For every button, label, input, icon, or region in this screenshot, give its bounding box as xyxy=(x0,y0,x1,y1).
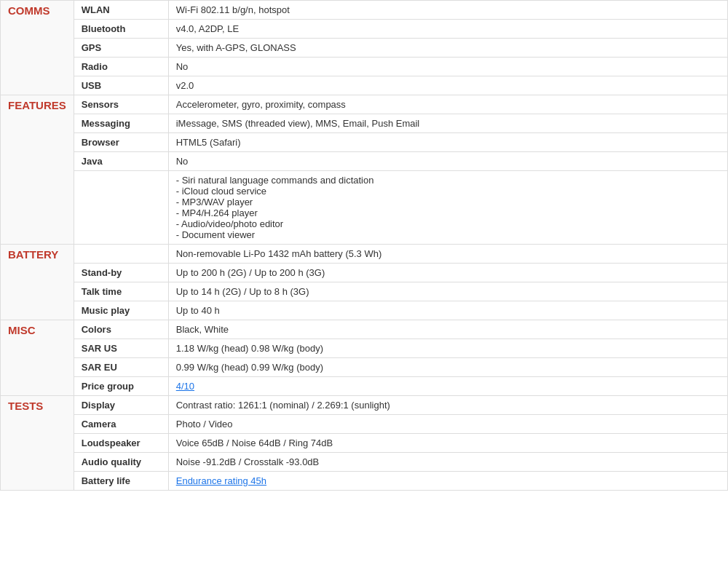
spec-value: Accelerometer, gyro, proximity, compass xyxy=(168,95,727,114)
spec-value: Up to 40 h xyxy=(168,301,727,320)
table-row: Stand-byUp to 200 h (2G) / Up to 200 h (… xyxy=(1,264,728,282)
table-row: RadioNo xyxy=(1,58,728,76)
spec-value[interactable]: Endurance rating 45h xyxy=(168,472,727,491)
spec-value[interactable]: 4/10 xyxy=(168,377,727,396)
spec-label: Colors xyxy=(74,320,168,339)
spec-label: Messaging xyxy=(74,114,168,133)
table-row: BATTERYNon-removable Li-Po 1432 mAh batt… xyxy=(1,245,728,264)
table-row: - Siri natural language commands and dic… xyxy=(1,171,728,245)
spec-label: Music play xyxy=(74,301,168,320)
spec-label: SAR EU xyxy=(74,358,168,377)
spec-label: Java xyxy=(74,152,168,171)
spec-label: Sensors xyxy=(74,95,168,114)
category-cell-battery: BATTERY xyxy=(1,245,74,320)
spec-link[interactable]: Endurance rating 45h xyxy=(176,475,266,486)
spec-label: GPS xyxy=(74,39,168,58)
spec-value-line: - Siri natural language commands and dic… xyxy=(176,175,374,186)
category-cell-misc: MISC xyxy=(1,320,74,396)
table-row: Audio qualityNoise -91.2dB / Crosstalk -… xyxy=(1,453,728,472)
specs-table: COMMSWLANWi-Fi 802.11 b/g/n, hotspotBlue… xyxy=(0,0,728,491)
table-row: BrowserHTML5 (Safari) xyxy=(1,133,728,152)
table-row: USBv2.0 xyxy=(1,76,728,95)
category-cell-comms: COMMS xyxy=(1,1,74,95)
spec-value: 0.99 W/kg (head) 0.99 W/kg (body) xyxy=(168,358,727,377)
spec-value: 1.18 W/kg (head) 0.98 W/kg (body) xyxy=(168,339,727,358)
table-row: Price group4/10 xyxy=(1,377,728,396)
spec-value-line: - iCloud cloud service xyxy=(176,186,266,197)
table-row: TESTSDisplayContrast ratio: 1261:1 (nomi… xyxy=(1,396,728,415)
spec-value-line: - Document viewer xyxy=(176,229,255,240)
spec-label xyxy=(74,245,168,264)
spec-label: Camera xyxy=(74,415,168,434)
table-row: Music playUp to 40 h xyxy=(1,301,728,320)
category-cell-tests: TESTS xyxy=(1,396,74,491)
table-row: Talk timeUp to 14 h (2G) / Up to 8 h (3G… xyxy=(1,282,728,301)
spec-label: Display xyxy=(74,396,168,415)
spec-value: Yes, with A-GPS, GLONASS xyxy=(168,39,727,58)
spec-value: - Siri natural language commands and dic… xyxy=(168,171,727,245)
spec-value: Non-removable Li-Po 1432 mAh battery (5.… xyxy=(168,245,727,264)
spec-value: Noise -91.2dB / Crosstalk -93.0dB xyxy=(168,453,727,472)
spec-label: SAR US xyxy=(74,339,168,358)
table-row: MessagingiMessage, SMS (threaded view), … xyxy=(1,114,728,133)
spec-value-line: - MP4/H.264 player xyxy=(176,207,258,218)
table-row: CameraPhoto / Video xyxy=(1,415,728,434)
spec-value: iMessage, SMS (threaded view), MMS, Emai… xyxy=(168,114,727,133)
spec-label: Price group xyxy=(74,377,168,396)
spec-label: Loudspeaker xyxy=(74,434,168,453)
spec-label: Stand-by xyxy=(74,264,168,282)
table-row: SAR EU0.99 W/kg (head) 0.99 W/kg (body) xyxy=(1,358,728,377)
spec-value: Photo / Video xyxy=(168,415,727,434)
spec-value: Contrast ratio: 1261:1 (nominal) / 2.269… xyxy=(168,396,727,415)
spec-label: WLAN xyxy=(74,1,168,20)
spec-value-line: - Audio/video/photo editor xyxy=(176,218,283,229)
table-row: Battery lifeEndurance rating 45h xyxy=(1,472,728,491)
spec-label: Browser xyxy=(74,133,168,152)
table-row: Bluetoothv4.0, A2DP, LE xyxy=(1,20,728,39)
spec-value: Wi-Fi 802.11 b/g/n, hotspot xyxy=(168,1,727,20)
table-row: FEATURESSensorsAccelerometer, gyro, prox… xyxy=(1,95,728,114)
spec-value: Up to 200 h (2G) / Up to 200 h (3G) xyxy=(168,264,727,282)
spec-label: Bluetooth xyxy=(74,20,168,39)
table-row: LoudspeakerVoice 65dB / Noise 64dB / Rin… xyxy=(1,434,728,453)
spec-value: Voice 65dB / Noise 64dB / Ring 74dB xyxy=(168,434,727,453)
spec-label: Radio xyxy=(74,58,168,76)
table-row: COMMSWLANWi-Fi 802.11 b/g/n, hotspot xyxy=(1,1,728,20)
table-row: GPSYes, with A-GPS, GLONASS xyxy=(1,39,728,58)
spec-label: Talk time xyxy=(74,282,168,301)
spec-label: Battery life xyxy=(74,472,168,491)
spec-value: Black, White xyxy=(168,320,727,339)
category-cell-features: FEATURES xyxy=(1,95,74,245)
spec-label xyxy=(74,171,168,245)
table-row: MISCColorsBlack, White xyxy=(1,320,728,339)
table-row: SAR US1.18 W/kg (head) 0.98 W/kg (body) xyxy=(1,339,728,358)
table-row: JavaNo xyxy=(1,152,728,171)
spec-value: v2.0 xyxy=(168,76,727,95)
spec-label: Audio quality xyxy=(74,453,168,472)
spec-value: Up to 14 h (2G) / Up to 8 h (3G) xyxy=(168,282,727,301)
spec-value: No xyxy=(168,58,727,76)
spec-label: USB xyxy=(74,76,168,95)
spec-value-line: - MP3/WAV player xyxy=(176,197,253,207)
spec-link[interactable]: 4/10 xyxy=(176,381,194,392)
spec-value: v4.0, A2DP, LE xyxy=(168,20,727,39)
spec-value: No xyxy=(168,152,727,171)
spec-value: HTML5 (Safari) xyxy=(168,133,727,152)
